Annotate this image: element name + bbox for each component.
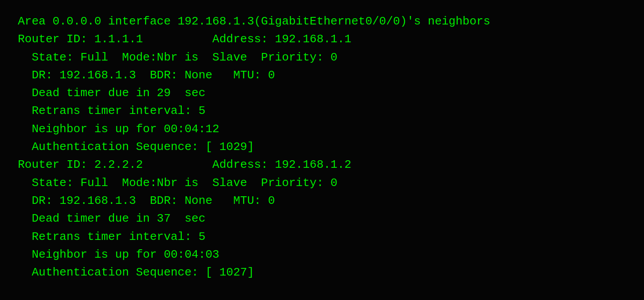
terminal-line-router1-auth: Authentication Sequence: [ 1029] xyxy=(18,138,626,156)
terminal-output: Area 0.0.0.0 interface 192.168.1.3(Gigab… xyxy=(0,0,644,300)
terminal-line-header: Area 0.0.0.0 interface 192.168.1.3(Gigab… xyxy=(18,12,626,30)
terminal-line-router2-dead: Dead timer due in 37 sec xyxy=(18,210,626,227)
terminal-line-router2-id: Router ID: 2.2.2.2 Address: 192.168.1.2 xyxy=(18,156,626,174)
terminal-line-router1-neighbor: Neighbor is up for 00:04:12 xyxy=(18,120,626,138)
terminal-line-router2-retrans: Retrans timer interval: 5 xyxy=(18,228,626,246)
terminal-line-router1-id: Router ID: 1.1.1.1 Address: 192.168.1.1 xyxy=(18,30,626,48)
terminal-line-router1-dr: DR: 192.168.1.3 BDR: None MTU: 0 xyxy=(18,66,626,84)
terminal-line-router1-state: State: Full Mode:Nbr is Slave Priority: … xyxy=(18,49,626,66)
terminal-line-router1-retrans: Retrans timer interval: 5 xyxy=(18,102,626,120)
terminal-line-router2-dr: DR: 192.168.1.3 BDR: None MTU: 0 xyxy=(18,192,626,210)
terminal-line-router1-dead: Dead timer due in 29 sec xyxy=(18,84,626,102)
terminal-line-router2-state: State: Full Mode:Nbr is Slave Priority: … xyxy=(18,174,626,192)
terminal-line-router2-neighbor: Neighbor is up for 00:04:03 xyxy=(18,246,626,264)
terminal-line-router2-auth: Authentication Sequence: [ 1027] xyxy=(18,264,626,281)
